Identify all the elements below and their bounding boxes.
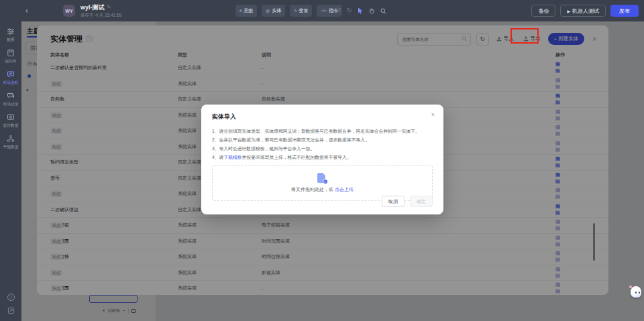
a-icon: A — [294, 9, 297, 13]
chat-dots-icon — [7, 92, 15, 100]
play-icon: ▶ — [567, 9, 570, 13]
instruction-4-suffix: 并按要求填写后上传，格式不匹配的数据将不被导入。 — [242, 155, 352, 159]
bot-test-button[interactable]: ▶ 机器人测试 — [560, 5, 606, 17]
org-icon — [7, 135, 15, 143]
help-icon[interactable]: ? — [7, 294, 15, 301]
save-icon — [7, 49, 15, 57]
sliders-icon — [7, 27, 15, 36]
code-icon: </> — [321, 9, 327, 13]
assistant-mascot[interactable] — [629, 284, 643, 299]
tab-entity[interactable]: @ 实体 — [262, 5, 285, 17]
hand-icon[interactable] — [369, 7, 375, 14]
chat-flow-icon — [7, 70, 15, 78]
sidebar-item-config[interactable]: 配置 — [0, 25, 21, 46]
shortcut-doc-icon[interactable] — [7, 307, 15, 314]
topbar-tabs: # 意图 @ 实体 A 变量 </> 指令 — [235, 5, 342, 17]
at-icon: @ — [266, 9, 270, 13]
click-upload-link[interactable]: 点击上传 — [335, 187, 354, 192]
sidebar-item-intervention-data[interactable]: 干预数据 — [0, 132, 21, 153]
sidebar-item-dialog-flow[interactable]: 对话流程 — [0, 68, 21, 89]
topbar: ‹ WY wyl-测试 ✎ 保存于 今天 15:41:59 # 意图 @ 实体 … — [0, 0, 644, 21]
annotation-highlight-import — [511, 28, 539, 44]
edit-pencil-icon[interactable]: ✎ — [107, 5, 111, 10]
instruction-3: 3、导入时会进行数据校验，规则与平台录入一致。 — [212, 144, 433, 153]
sidebar: 配置 知识库 对话流程 对话记录 监控数据 干预数据 ? — [0, 21, 21, 321]
confirm-button[interactable]: 确定 — [410, 196, 433, 207]
publish-label: 发布 — [619, 7, 630, 15]
cursor-icon[interactable] — [358, 7, 364, 14]
hash-icon: # — [239, 9, 241, 13]
cancel-button[interactable]: 取消 — [382, 196, 405, 207]
sidebar-label-dialog-records: 对话记录 — [3, 101, 19, 107]
instruction-2: 2、合并以平台数据为准，若与已有数据冲突或无法合并，该条数据将不导入。 — [212, 135, 433, 144]
entity-import-modal: 实体导入 × 1、请分别填写实体类型、实体值和同义词；新数据将与已有数据合并，同… — [201, 105, 443, 214]
search-zoom-icon[interactable] — [380, 8, 386, 14]
upload-hint-text: 将文件拖到此处，或 — [291, 187, 333, 192]
modal-title: 实体导入 — [212, 113, 433, 121]
download-template-link[interactable]: 下载模板 — [223, 155, 241, 159]
backup-label: 备份 — [538, 7, 549, 15]
modal-close-icon[interactable]: × — [431, 111, 435, 118]
mascot-body — [631, 286, 641, 298]
sidebar-item-knowledge[interactable]: 知识库 — [0, 46, 21, 68]
plus-badge-icon: + — [323, 179, 328, 184]
tab-intent[interactable]: # 意图 — [235, 5, 257, 17]
tab-variable-label: 变量 — [299, 7, 308, 14]
sidebar-item-monitor-data[interactable]: 监控数据 — [0, 111, 21, 132]
instruction-4: 4、请下载模板并按要求填写后上传，格式不匹配的数据将不被导入。 — [212, 153, 433, 162]
redo-icon[interactable]: ↻ — [346, 7, 352, 14]
import-instructions: 1、请分别填写实体类型、实体值和同义词；新数据将与已有数据合并，同名实体会合并到… — [212, 127, 433, 162]
sidebar-label-knowledge: 知识库 — [5, 58, 16, 64]
avatar: WY — [63, 5, 75, 17]
upload-file-icon: + — [317, 173, 328, 184]
tab-entity-label: 实体 — [272, 7, 281, 14]
save-status: 保存于 今天 15:41:59 — [80, 13, 121, 19]
backup-button[interactable]: 备份 — [531, 5, 555, 17]
bot-test-label: 机器人测试 — [572, 7, 599, 15]
instruction-4-prefix: 4、请 — [212, 155, 223, 159]
sidebar-label-monitor-data: 监控数据 — [3, 123, 19, 129]
monitor-icon — [7, 113, 15, 121]
sidebar-item-dialog-records[interactable]: 对话记录 — [0, 89, 21, 111]
tab-intent-label: 意图 — [244, 7, 253, 14]
sidebar-label-dialog-flow: 对话流程 — [3, 80, 19, 86]
publish-button[interactable]: 发布 — [610, 5, 639, 17]
back-icon[interactable]: ‹ — [25, 6, 28, 15]
project-title: wyl-测试 — [80, 3, 105, 12]
instruction-1: 1、请分别填写实体类型、实体值和同义词；新数据将与已有数据合并，同名实体会合并到… — [212, 127, 433, 135]
undo-icon[interactable]: ↺ — [335, 7, 341, 14]
sidebar-label-config: 配置 — [7, 37, 14, 43]
tab-variable[interactable]: A 变量 — [290, 5, 312, 17]
sidebar-label-intervention-data: 干预数据 — [3, 144, 19, 150]
